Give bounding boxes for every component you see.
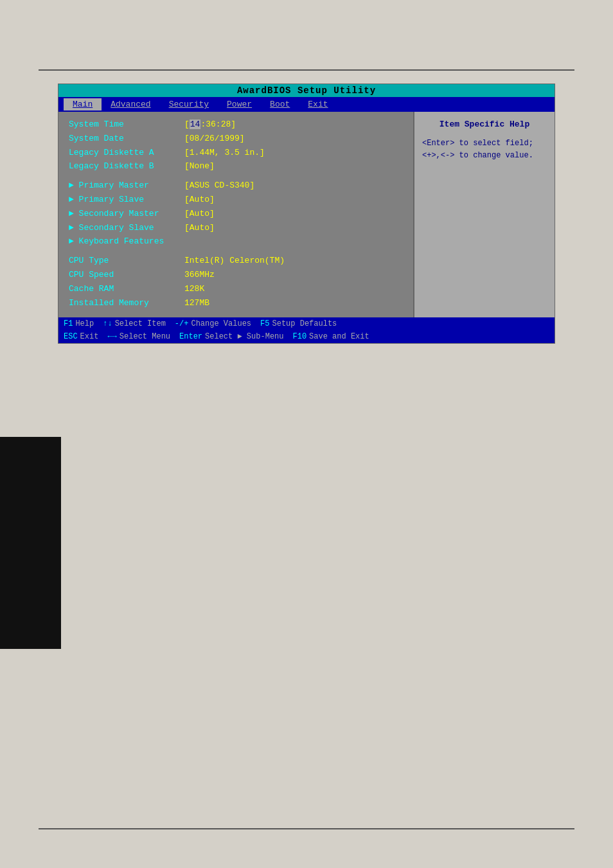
key-f10-action: Save and Exit — [309, 332, 369, 341]
key-enter-action: Select ► Sub-Menu — [205, 332, 283, 341]
key-enter: Enter Select ► Sub-Menu — [179, 332, 286, 341]
bios-title: AwardBIOS Setup Utility — [237, 85, 376, 96]
key-f1-action: Help — [75, 319, 94, 328]
bios-left-panel: System Time [14:36:28] System Date [08/2… — [58, 112, 413, 317]
cpu-speed-row: CPU Speed 366MHz — [69, 269, 403, 282]
system-date-row[interactable]: System Date [08/26/1999] — [69, 132, 403, 146]
secondary-master-value: [Auto] — [184, 208, 215, 221]
system-time-row[interactable]: System Time [14:36:28] — [69, 118, 403, 132]
top-rule — [39, 69, 574, 71]
help-title: Item Specific Help — [422, 118, 547, 131]
primary-master-row[interactable]: Primary Master [ASUS CD-S340] — [69, 179, 403, 193]
bios-title-bar: AwardBIOS Setup Utility — [58, 84, 555, 97]
key-leftright-key: ←→ — [107, 332, 116, 341]
primary-master-value: [ASUS CD-S340] — [184, 179, 254, 193]
secondary-master-row[interactable]: Secondary Master [Auto] — [69, 208, 403, 221]
key-f5-action: Setup Defaults — [272, 319, 337, 328]
time-hour: 14 — [190, 120, 201, 129]
installed-memory-row: Installed Memory 127MB — [69, 297, 403, 310]
bios-bottom-bar-row1: F1 Help ↑↓ Select Item -/+ Change Values… — [58, 317, 555, 330]
menu-item-boot[interactable]: Boot — [261, 98, 299, 111]
menu-item-power[interactable]: Power — [218, 98, 261, 111]
secondary-master-label: Secondary Master — [69, 208, 184, 221]
bios-content: System Time [14:36:28] System Date [08/2… — [58, 112, 555, 317]
bios-container: AwardBIOS Setup Utility Main Advanced Se… — [58, 84, 555, 344]
key-plusminus: -/+ Change Values — [175, 319, 254, 328]
key-esc: ESC Exit — [64, 332, 101, 341]
keyboard-features-row[interactable]: Keyboard Features — [69, 235, 403, 249]
cpu-speed-value: 366MHz — [184, 269, 215, 282]
secondary-slave-value: [Auto] — [184, 222, 215, 235]
diskette-a-value: [1.44M, 3.5 in.] — [184, 146, 265, 160]
system-date-label: System Date — [69, 132, 184, 146]
cache-ram-label: Cache RAM — [69, 283, 184, 296]
secondary-slave-row[interactable]: Secondary Slave [Auto] — [69, 222, 403, 235]
cpu-speed-label: CPU Speed — [69, 269, 184, 282]
diskette-b-row[interactable]: Legacy Diskette B [None] — [69, 160, 403, 173]
diskette-a-row[interactable]: Legacy Diskette A [1.44M, 3.5 in.] — [69, 146, 403, 160]
menu-item-exit[interactable]: Exit — [299, 98, 337, 111]
key-f10-key: F10 — [292, 332, 306, 341]
diskette-b-value: [None] — [184, 160, 215, 173]
key-f5: F5 Setup Defaults — [260, 319, 339, 328]
system-time-label: System Time — [69, 118, 184, 132]
installed-memory-label: Installed Memory — [69, 297, 184, 310]
menu-item-advanced[interactable]: Advanced — [102, 98, 159, 111]
key-arrows-action: Select Item — [115, 319, 166, 328]
system-time-value: [14:36:28] — [184, 118, 236, 132]
system-date-value: [08/26/1999] — [184, 132, 245, 146]
menu-item-security[interactable]: Security — [160, 98, 218, 111]
bios-bottom-bar-row2: ESC Exit ←→ Select Menu Enter Select ► S… — [58, 330, 555, 343]
cpu-type-value: Intel(R) Celeron(TM) — [184, 254, 285, 268]
diskette-a-label: Legacy Diskette A — [69, 146, 184, 160]
primary-slave-row[interactable]: Primary Slave [Auto] — [69, 193, 403, 207]
help-text: <Enter> to select field; <+>,<-> to chan… — [422, 137, 547, 162]
keyboard-features-label: Keyboard Features — [69, 235, 184, 249]
key-leftright-action: Select Menu — [120, 332, 170, 341]
installed-memory-value: 127MB — [184, 297, 209, 310]
primary-master-label: Primary Master — [69, 179, 184, 193]
cpu-type-label: CPU Type — [69, 254, 184, 268]
key-esc-key: ESC — [64, 332, 78, 341]
key-f5-key: F5 — [260, 319, 269, 328]
page-wrapper: AwardBIOS Setup Utility Main Advanced Se… — [0, 0, 613, 868]
key-arrows-key: ↑↓ — [103, 319, 112, 328]
bottom-rule — [39, 828, 574, 829]
key-plusminus-action: Change Values — [191, 319, 251, 328]
menu-item-main[interactable]: Main — [64, 98, 102, 111]
cpu-type-row: CPU Type Intel(R) Celeron(TM) — [69, 254, 403, 268]
key-arrows: ↑↓ Select Item — [103, 319, 168, 328]
bios-menu-bar: Main Advanced Security Power Boot Exit — [58, 97, 555, 112]
primary-slave-value: [Auto] — [184, 193, 215, 207]
bios-help-panel: Item Specific Help <Enter> to select fie… — [413, 112, 555, 317]
key-esc-action: Exit — [80, 332, 99, 341]
key-f1-key: F1 — [64, 319, 73, 328]
key-enter-key: Enter — [179, 332, 202, 341]
secondary-slave-label: Secondary Slave — [69, 222, 184, 235]
cache-ram-value: 128K — [184, 283, 204, 296]
cache-ram-row: Cache RAM 128K — [69, 283, 403, 296]
bottom-black-sidebar — [0, 437, 61, 649]
key-plusminus-key: -/+ — [175, 319, 189, 328]
key-leftright: ←→ Select Menu — [107, 332, 173, 341]
key-f1: F1 Help — [64, 319, 96, 328]
diskette-b-label: Legacy Diskette B — [69, 160, 184, 173]
key-f10: F10 Save and Exit — [292, 332, 371, 341]
primary-slave-label: Primary Slave — [69, 193, 184, 207]
